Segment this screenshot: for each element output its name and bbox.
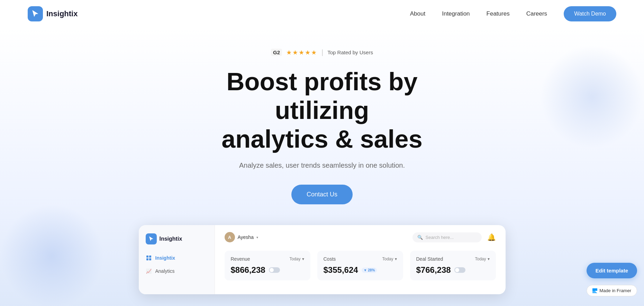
header-right: 🔍 Search here... 🔔: [412, 232, 496, 242]
made-in-framer-badge[interactable]: Made in Framer: [587, 285, 637, 296]
watch-demo-button[interactable]: Watch Demo: [564, 6, 616, 21]
metric-label-costs: Costs: [324, 256, 336, 262]
costs-badge: ▼ 28%: [362, 268, 377, 273]
sidebar-item-insightix-label: Insightix: [155, 255, 175, 261]
metric-label-deal: Deal Started: [416, 256, 443, 262]
made-in-framer-text: Made in Framer: [599, 288, 631, 293]
hero-title-line2: analytics & sales: [221, 125, 422, 153]
hero-bg-left: [0, 204, 104, 306]
star-rating: ★★★★★: [286, 49, 317, 56]
hero-bg-right: [540, 45, 644, 149]
dashboard-main: A Ayesha ▾ 🔍 Search here... 🔔: [215, 225, 506, 294]
rating-text: Top Rated by Users: [327, 49, 373, 55]
metric-period-revenue[interactable]: Today ▾: [289, 257, 304, 261]
sidebar-item-analytics-label: Analytics: [155, 268, 175, 274]
nav-link-about[interactable]: About: [410, 10, 425, 17]
dashboard-header: A Ayesha ▾ 🔍 Search here... 🔔: [225, 232, 496, 242]
metric-value-deal: $766,238: [416, 265, 490, 275]
metric-card-deal: Deal Started Today ▾ $766,238: [410, 251, 496, 280]
logo-text: Insightix: [46, 9, 78, 18]
bell-icon[interactable]: 🔔: [487, 233, 496, 241]
g2-badge: G2: [271, 49, 282, 56]
search-box[interactable]: 🔍 Search here...: [412, 232, 482, 242]
deal-toggle[interactable]: [454, 267, 465, 273]
metric-header-costs: Costs Today ▾: [324, 256, 397, 262]
user-avatar: A: [225, 232, 235, 242]
svg-rect-0: [592, 288, 597, 291]
costs-amount: $355,624: [324, 265, 358, 275]
logo-icon: [28, 6, 43, 21]
metric-period-deal-text: Today: [475, 257, 486, 261]
nav-link-integration[interactable]: Integration: [442, 10, 470, 17]
nav-link-careers[interactable]: Careers: [526, 10, 547, 17]
metric-card-revenue: Revenue Today ▾ $866,238: [225, 251, 310, 280]
user-pill[interactable]: A Ayesha ▾: [225, 232, 258, 242]
metric-period-costs[interactable]: Today ▾: [382, 257, 397, 261]
sidebar-logo-text: Insightix: [160, 236, 182, 242]
navbar: Insightix About Integration Features Car…: [0, 0, 644, 28]
cursor-icon: [31, 9, 40, 18]
sidebar-cursor-icon: [148, 236, 154, 242]
metric-value-revenue: $866,238: [231, 265, 304, 275]
navbar-logo: Insightix: [28, 6, 78, 21]
sidebar-item-insightix[interactable]: Insightix: [139, 251, 215, 265]
sidebar-item-analytics[interactable]: 📈 Analytics: [139, 265, 215, 278]
metric-label-revenue: Revenue: [231, 256, 250, 262]
hero-subtitle: Analyze sales, user trends seamlessly in…: [7, 161, 637, 169]
search-placeholder-text: Search here...: [426, 235, 454, 240]
metric-period-revenue-text: Today: [289, 257, 300, 261]
deal-amount: $766,238: [416, 265, 451, 275]
metric-header-deal: Deal Started Today ▾: [416, 256, 490, 262]
rating-divider: |: [321, 48, 323, 56]
metric-period-deal[interactable]: Today ▾: [475, 257, 489, 261]
nav-link-features[interactable]: Features: [487, 10, 510, 17]
svg-marker-1: [592, 291, 597, 293]
navbar-links: About Integration Features Careers Watch…: [410, 6, 616, 21]
dashboard-preview: Insightix Insightix 📈 Analytics: [139, 225, 506, 294]
framer-logo-icon: [592, 288, 597, 293]
hero-section: G2 ★★★★★ | Top Rated by Users Boost prof…: [0, 28, 644, 306]
dashboard-card: Insightix Insightix 📈 Analytics: [139, 225, 506, 294]
revenue-toggle[interactable]: [269, 267, 280, 273]
metric-period-chevron: ▾: [302, 257, 304, 261]
revenue-amount: $866,238: [231, 265, 265, 275]
sidebar-logo-icon: [146, 233, 157, 244]
metric-card-costs: Costs Today ▾ $355,624 ▼ 28%: [317, 251, 403, 280]
metric-value-costs: $355,624 ▼ 28%: [324, 265, 397, 275]
hero-title-line1: Boost profits by utilizing: [227, 68, 418, 124]
contact-us-button[interactable]: Contact Us: [291, 185, 353, 204]
costs-period-chevron: ▾: [395, 257, 397, 261]
edit-template-button[interactable]: Edit template: [587, 263, 637, 278]
metric-period-costs-text: Today: [382, 257, 393, 261]
search-icon: 🔍: [417, 235, 423, 240]
dashboard-sidebar: Insightix Insightix 📈 Analytics: [139, 225, 215, 294]
hero-title: Boost profits by utilizing analytics & s…: [184, 67, 461, 153]
metric-header-revenue: Revenue Today ▾: [231, 256, 304, 262]
grid-icon: [146, 255, 152, 261]
analytics-icon: 📈: [146, 268, 152, 274]
dashboard-metrics: Revenue Today ▾ $866,238: [225, 251, 496, 280]
user-name: Ayesha: [238, 234, 254, 240]
sidebar-logo: Insightix: [139, 233, 215, 251]
deal-period-chevron: ▾: [488, 257, 490, 261]
rating-bar: G2 ★★★★★ | Top Rated by Users: [7, 48, 637, 56]
chevron-down-icon: ▾: [256, 235, 258, 239]
